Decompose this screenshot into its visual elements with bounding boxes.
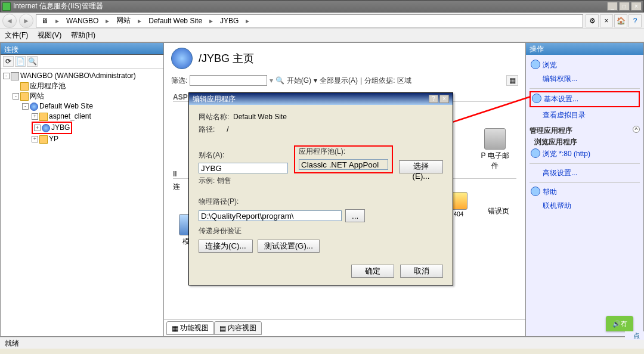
tab-icon: ▤ <box>219 324 226 333</box>
feature-item[interactable]: P 电子邮 件 <box>478 128 512 171</box>
cancel-button[interactable]: 取消 <box>400 265 443 278</box>
tree-toolbar-button[interactable]: 📄 <box>15 56 26 67</box>
breadcrumb-item[interactable]: Default Web Site <box>146 17 205 25</box>
tree-node-sites[interactable]: -网站 <box>3 91 161 101</box>
physical-path-input[interactable] <box>199 210 342 221</box>
action-view-vdir[interactable]: 查看虚拟目录 <box>530 108 640 122</box>
dialog-help-button[interactable]: ? <box>429 95 438 103</box>
menu-file[interactable]: 文件(F) <box>5 30 28 41</box>
statusbar: 就绪 <box>0 337 644 349</box>
tree-node-yp[interactable]: +YP <box>3 134 161 144</box>
notification-badge[interactable]: 🔊有 <box>606 316 633 331</box>
feature-label: 件 <box>478 161 512 171</box>
breadcrumb-item[interactable]: WANGBO <box>64 17 101 25</box>
connections-header: 连接 <box>1 43 163 55</box>
go-button[interactable]: 开始(G) <box>287 76 311 86</box>
menubar: 文件(F) 视图(V) 帮助(H) <box>0 29 644 42</box>
page-icon <box>171 48 193 69</box>
menu-view[interactable]: 视图(V) <box>38 30 61 41</box>
toolbar-button[interactable]: × <box>600 14 613 27</box>
page-title: /JYBG 主页 <box>199 51 254 66</box>
site-name-value: Default Web Site <box>233 113 287 121</box>
passthrough-auth-label: 传递身份验证 <box>199 226 242 235</box>
breadcrumb[interactable]: 🖥▸ WANGBO▸ 网站▸ Default Web Site▸ JYBG▸ <box>36 14 583 27</box>
select-apppool-button[interactable]: 选择(E)... <box>399 160 443 173</box>
collapse-icon[interactable]: ^ <box>633 126 640 133</box>
show-all-button[interactable]: 全部显示(A) <box>320 76 358 86</box>
filter-bar: 筛选: ▾ 🔍 开始(G)▾ 全部显示(A) | 分组依据: 区域 ▦ <box>164 74 525 87</box>
tab-icon: ▦ <box>172 324 178 333</box>
connections-tree: -WANGBO (WANGBO\Administrator) 应用程序池 -网站… <box>1 69 163 336</box>
actions-panel: 操作 浏览 编辑权限... 基本设置... 查看虚拟目录 管理应用程序^ 浏览应… <box>526 42 644 337</box>
path-value: / <box>227 125 228 133</box>
browse-path-button[interactable]: ... <box>345 209 365 222</box>
tree-node-default-site[interactable]: -Default Web Site <box>3 101 161 111</box>
connect-as-button[interactable]: 连接为(C)... <box>199 240 253 253</box>
action-browse-app-header: 浏览应用程序 <box>530 137 640 147</box>
alias-input[interactable] <box>199 163 288 173</box>
tree-node-jybg[interactable]: +JYBG <box>3 122 161 134</box>
window-title: Internet 信息服务(IIS)管理器 <box>13 1 607 11</box>
action-browse-80[interactable]: 浏览 *:80 (http) <box>530 147 640 161</box>
action-help[interactable]: 帮助 <box>530 185 640 199</box>
back-button[interactable]: ◄ <box>2 14 17 28</box>
actions-header: 操作 <box>526 43 643 55</box>
toolbar-button[interactable]: ⚙ <box>586 14 599 27</box>
path-label: 路径: <box>199 125 215 133</box>
toolbar-button[interactable]: 🏠 <box>614 14 627 27</box>
feature-label: P 电子邮 <box>478 151 512 161</box>
action-explore[interactable]: 浏览 <box>530 58 640 72</box>
nav-toolbar: ◄ ► 🖥▸ WANGBO▸ 网站▸ Default Web Site▸ JYB… <box>0 13 644 29</box>
minimize-button[interactable]: _ <box>607 2 618 11</box>
physical-path-label: 物理路径(P): <box>199 197 239 206</box>
filter-input[interactable] <box>190 75 267 86</box>
group-by-label: 分组依据: <box>364 76 395 86</box>
view-tabs: ▦功能视图 ▤内容视图 <box>164 319 525 336</box>
action-advanced-settings[interactable]: 高级设置... <box>530 166 640 180</box>
tree-toolbar-button[interactable]: 🔍 <box>27 56 38 67</box>
ok-button[interactable]: 确定 <box>351 265 394 278</box>
window-titlebar: Internet 信息服务(IIS)管理器 _ □ × <box>0 0 644 13</box>
dialog-title: 编辑应用程序 <box>193 94 236 104</box>
apppool-label: 应用程序池(L): <box>299 147 345 156</box>
menu-help[interactable]: 帮助(H) <box>71 30 95 41</box>
test-settings-button[interactable]: 测试设置(G)... <box>258 240 320 253</box>
group-by-value[interactable]: 区域 <box>397 76 411 86</box>
breadcrumb-item[interactable]: 网站 <box>114 15 133 26</box>
corner-hint: 点 <box>625 331 644 340</box>
apppool-input <box>299 159 388 170</box>
tree-toolbar-button[interactable]: ⟳ <box>3 56 14 67</box>
tab-content-view[interactable]: ▤内容视图 <box>214 321 262 335</box>
view-mode-button[interactable]: ▦ <box>506 75 518 86</box>
smtp-icon <box>484 128 506 150</box>
restore-button[interactable]: □ <box>619 2 630 11</box>
filter-label: 筛选: <box>171 76 187 86</box>
tree-node-apppools[interactable]: 应用程序池 <box>3 81 161 91</box>
breadcrumb-root-icon: 🖥 <box>39 17 51 25</box>
forward-button[interactable]: ► <box>19 14 33 28</box>
action-edit-permissions[interactable]: 编辑权限... <box>530 72 640 86</box>
tab-function-view[interactable]: ▦功能视图 <box>166 321 214 335</box>
action-basic-settings[interactable]: 基本设置... <box>531 92 639 106</box>
edit-application-dialog: 编辑应用程序 ? × 网站名称: Default Web Site 路径: / … <box>188 92 453 285</box>
breadcrumb-item[interactable]: JYBG <box>218 17 241 25</box>
alias-label: 别名(A): <box>199 151 224 159</box>
tree-node-server[interactable]: -WANGBO (WANGBO\Administrator) <box>3 71 161 81</box>
site-name-label: 网站名称: <box>199 113 229 121</box>
example-label: 示例: 销售 <box>199 176 231 185</box>
connections-panel: 连接 ⟳ 📄 🔍 -WANGBO (WANGBO\Administrator) … <box>0 42 164 337</box>
action-online-help[interactable]: 联机帮助 <box>530 199 640 213</box>
dialog-titlebar-buttons: ? × <box>429 95 449 103</box>
dialog-close-button[interactable]: × <box>439 95 449 103</box>
app-icon <box>2 2 11 11</box>
dialog-titlebar: 编辑应用程序 ? × <box>189 93 453 105</box>
feature-label: 错误页 <box>488 206 509 216</box>
status-text: 就绪 <box>5 339 19 347</box>
action-group-manage: 管理应用程序^ <box>530 126 640 136</box>
help-button[interactable]: ? <box>628 14 642 27</box>
close-button[interactable]: × <box>631 2 642 11</box>
tree-node-aspnet-client[interactable]: +aspnet_client <box>3 111 161 122</box>
